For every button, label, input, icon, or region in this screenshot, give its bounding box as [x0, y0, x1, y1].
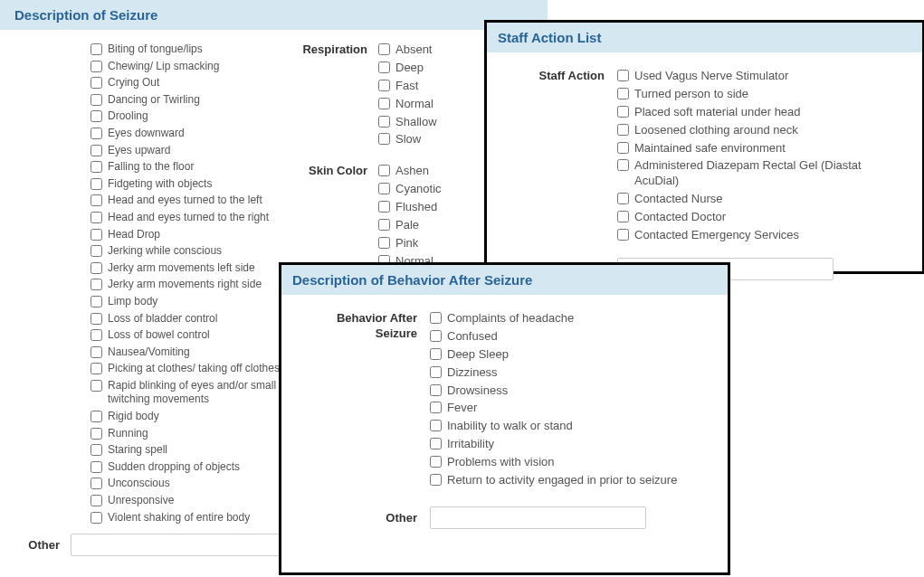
behavior-item[interactable]: Inability to walk or stand [430, 419, 677, 434]
seizure-item[interactable]: Dancing or Twirling [90, 93, 295, 108]
seizure-item[interactable]: Loss of bowel control [90, 328, 295, 343]
staff-checkbox[interactable] [617, 124, 629, 136]
seizure-checkbox[interactable] [90, 77, 102, 89]
seizure-item[interactable]: Unresponsive [90, 494, 295, 508]
skin-item[interactable]: Cyanotic [378, 182, 442, 197]
seizure-item[interactable]: Head Drop [90, 228, 295, 242]
staff-checkbox[interactable] [617, 159, 629, 171]
seizure-item[interactable]: Chewing/ Lip smacking [90, 60, 295, 74]
seizure-checkbox[interactable] [90, 411, 102, 422]
seizure-item[interactable]: Jerking while conscious [90, 244, 295, 259]
skin-item[interactable]: Pink [378, 236, 442, 251]
staff-checkbox[interactable] [617, 106, 629, 118]
seizure-item[interactable]: Limp body [90, 295, 295, 309]
seizure-checkbox[interactable] [90, 296, 102, 307]
seizure-item[interactable]: Violent shaking of entire body [90, 511, 295, 525]
seizure-checkbox[interactable] [90, 145, 102, 156]
seizure-checkbox[interactable] [90, 229, 102, 241]
staff-item[interactable]: Maintained safe environment [617, 141, 904, 156]
seizure-item[interactable]: Biting of tongue/lips [90, 43, 295, 57]
behavior-item[interactable]: Problems with vision [430, 455, 677, 470]
respiration-item[interactable]: Absent [378, 43, 437, 58]
behavior-checkbox[interactable] [430, 348, 442, 360]
behavior-checkbox[interactable] [430, 420, 442, 431]
respiration-item[interactable]: Slow [378, 132, 437, 147]
seizure-item[interactable]: Staring spell [90, 443, 295, 458]
respiration-checkbox[interactable] [378, 98, 390, 109]
behavior-checkbox[interactable] [430, 312, 442, 324]
respiration-checkbox[interactable] [378, 133, 390, 145]
seizure-item[interactable]: Eyes downward [90, 127, 295, 141]
seizure-item[interactable]: Picking at clothes/ taking off clothes [90, 362, 295, 376]
seizure-item[interactable]: Head and eyes turned to the left [90, 194, 295, 208]
seizure-checkbox[interactable] [90, 212, 102, 223]
seizure-checkbox[interactable] [90, 363, 102, 374]
skin-checkbox[interactable] [378, 219, 390, 231]
behavior-item[interactable]: Complaints of headache [430, 311, 677, 326]
behavior-checkbox[interactable] [430, 402, 442, 413]
seizure-checkbox[interactable] [90, 380, 102, 392]
staff-checkbox[interactable] [617, 211, 629, 222]
behavior-checkbox[interactable] [430, 456, 442, 468]
behavior-checkbox[interactable] [430, 438, 442, 449]
behavior-item[interactable]: Fever [430, 401, 677, 416]
seizure-item[interactable]: Head and eyes turned to the right [90, 211, 295, 225]
seizure-checkbox[interactable] [90, 346, 102, 358]
staff-item[interactable]: Contacted Doctor [617, 210, 904, 225]
respiration-checkbox[interactable] [378, 80, 390, 91]
respiration-item[interactable]: Normal [378, 97, 437, 112]
seizure-checkbox[interactable] [90, 313, 102, 325]
seizure-item[interactable]: Crying Out [90, 76, 295, 90]
behavior-item[interactable]: Drowsiness [430, 383, 677, 399]
skin-item[interactable]: Flushed [378, 200, 442, 215]
seizure-item[interactable]: Jerky arm movements left side [90, 261, 295, 276]
skin-item[interactable]: Ashen [378, 164, 442, 179]
behavior-item[interactable]: Dizziness [430, 365, 677, 381]
seizure-item[interactable]: Running [90, 427, 295, 441]
respiration-checkbox[interactable] [378, 61, 390, 73]
skin-checkbox[interactable] [378, 201, 390, 213]
seizure-checkbox[interactable] [90, 194, 102, 206]
staff-checkbox[interactable] [617, 70, 629, 81]
seizure-item[interactable]: Falling to the floor [90, 160, 295, 175]
skin-item[interactable]: Pale [378, 218, 442, 233]
seizure-checkbox[interactable] [90, 279, 102, 290]
seizure-checkbox[interactable] [90, 128, 102, 139]
seizure-item[interactable]: Fidgeting with objects [90, 177, 295, 192]
seizure-item[interactable]: Loss of bladder control [90, 312, 295, 326]
seizure-item[interactable]: Sudden dropping of objects [90, 460, 295, 475]
seizure-checkbox[interactable] [90, 495, 102, 506]
staff-checkbox[interactable] [617, 229, 629, 241]
behavior-item[interactable]: Confused [430, 329, 677, 345]
seizure-checkbox[interactable] [90, 110, 102, 122]
staff-item[interactable]: Used Vagus Nerve Stimulator [617, 69, 904, 84]
behavior-item[interactable]: Irritability [430, 437, 677, 452]
respiration-checkbox[interactable] [378, 116, 390, 128]
skin-checkbox[interactable] [378, 165, 390, 176]
seizure-checkbox[interactable] [90, 61, 102, 72]
seizure-item[interactable]: Eyes upward [90, 144, 295, 158]
seizure-checkbox[interactable] [90, 43, 102, 55]
respiration-item[interactable]: Shallow [378, 115, 437, 130]
behavior-item[interactable]: Return to activity engaged in prior to s… [430, 473, 677, 488]
seizure-checkbox[interactable] [90, 262, 102, 274]
behavior-checkbox[interactable] [430, 384, 442, 396]
seizure-checkbox[interactable] [90, 94, 102, 106]
respiration-checkbox[interactable] [378, 43, 390, 55]
staff-item[interactable]: Contacted Nurse [617, 192, 904, 207]
seizure-item[interactable]: Jerky arm movements right side [90, 278, 295, 292]
seizure-checkbox[interactable] [90, 329, 102, 341]
behavior-item[interactable]: Deep Sleep [430, 347, 677, 363]
seizure-checkbox[interactable] [90, 428, 102, 440]
staff-checkbox[interactable] [617, 142, 629, 154]
seizure-other-input[interactable] [71, 534, 300, 556]
seizure-item[interactable]: Rigid body [90, 410, 295, 424]
staff-item[interactable]: Placed soft material under head [617, 105, 904, 120]
seizure-item[interactable]: Rapid blinking of eyes and/or small twit… [90, 379, 295, 407]
staff-checkbox[interactable] [617, 193, 629, 204]
seizure-checkbox[interactable] [90, 512, 102, 524]
respiration-item[interactable]: Fast [378, 79, 437, 94]
behavior-other-input[interactable] [430, 506, 646, 529]
skin-checkbox[interactable] [378, 183, 390, 194]
staff-item[interactable]: Administered Diazepam Rectal Gel (Diasta… [617, 158, 904, 189]
